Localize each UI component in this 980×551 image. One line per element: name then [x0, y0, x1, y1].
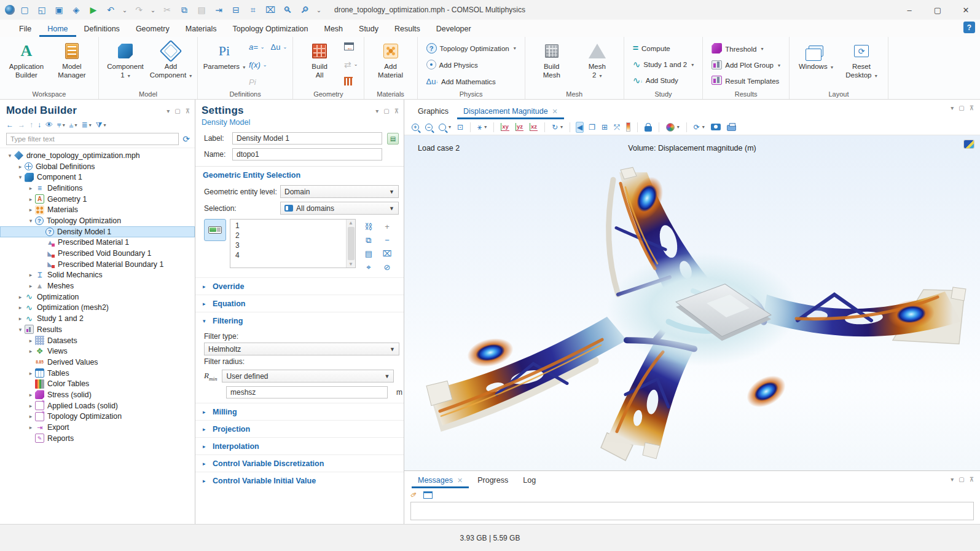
messages-tab-messages[interactable]: Messages✕ [412, 474, 469, 488]
ribbon-button-build-mesh[interactable]: BuildMesh [530, 41, 573, 80]
rmin-mode-select[interactable]: User defined ▼ [222, 370, 394, 383]
panel-menu-icon[interactable]: ▾ [951, 105, 954, 111]
view-yz-icon[interactable]: yz [514, 122, 525, 132]
transparency-icon[interactable]: ❐ [587, 122, 597, 133]
copy-icon[interactable]: ⧉ [177, 2, 192, 17]
section-interpolation[interactable]: ▸Interpolation [195, 437, 404, 454]
selection-scrollbar[interactable]: ▲▼ [346, 220, 355, 268]
rotate-icon[interactable]: ↻▾ [551, 122, 564, 133]
float-panel-icon[interactable]: ▢ [383, 108, 389, 114]
pin-panel-icon[interactable]: ⊼ [186, 108, 190, 114]
copy-selection-icon[interactable]: ⧉ [362, 234, 375, 247]
section-projection[interactable]: ▸Projection [195, 420, 404, 437]
name-input[interactable]: dtopo1 [232, 148, 382, 161]
geometric-entity-level-select[interactable]: Domain ▼ [280, 185, 399, 198]
tree-expander-icon[interactable]: ▸ [27, 185, 34, 191]
rmin-value-input[interactable]: meshsz [226, 386, 388, 398]
tree-expander-icon[interactable]: ▸ [27, 370, 34, 376]
tree-item-materials[interactable]: ▸Materials [0, 204, 195, 215]
section-control-variable-discretization[interactable]: ▸Control Variable Discretization [195, 454, 404, 472]
ribbon-button-add-physics[interactable]: Add Physics [424, 58, 519, 72]
section-equation[interactable]: ▸Equation [195, 295, 404, 312]
nonlocal-couplings-button[interactable]: Δu⌄ [270, 42, 287, 52]
tree-item-component-1[interactable]: ▾Component 1 [0, 172, 195, 183]
ribbon-button-add-plot-group[interactable]: Add Plot Group▾ [709, 59, 783, 72]
node-group-icon[interactable]: ▤ [387, 133, 399, 145]
tree-item-prescribed-material-boundary-1[interactable]: ◣Prescribed Material Boundary 1 [0, 259, 195, 270]
section-control-variable-initial-value[interactable]: ▸Control Variable Initial Value [195, 472, 404, 489]
move-up-icon[interactable]: ↑ [29, 121, 33, 129]
menu-tab-materials[interactable]: Materials [178, 22, 225, 37]
grid-icon[interactable]: ⊞ [600, 122, 609, 133]
ribbon-button-model-manager[interactable]: ModelManager [50, 41, 93, 80]
tree-expander-icon[interactable]: ▾ [27, 218, 34, 224]
tree-item-views[interactable]: ▸✥Views [0, 346, 195, 357]
expand-all-icon[interactable]: ⫧ ▾ [57, 121, 65, 129]
tree-item-geometry-1[interactable]: ▸AGeometry 1 [0, 194, 195, 205]
selection-list-item[interactable]: 1 [230, 221, 346, 231]
zoom-to-selection-icon[interactable]: ⌖ [362, 261, 375, 274]
save-icon[interactable]: ▣ [52, 2, 66, 17]
scene-light-icon[interactable]: ◀ [576, 122, 584, 133]
view-xy-icon[interactable]: xy [500, 122, 511, 132]
ribbon-button-parameters[interactable]: PiParameters ▾ [203, 41, 246, 71]
zoom-out-icon[interactable]: − [424, 122, 434, 132]
save-as-icon[interactable]: ◈ [69, 2, 84, 17]
ribbon-button-application-builder[interactable]: AApplicationBuilder [5, 41, 48, 80]
tree-expander-icon[interactable]: ▸ [27, 424, 34, 430]
selection-listbox[interactable]: 1234 ▲▼ [230, 219, 356, 268]
clear-selection-icon[interactable]: ⌧ [263, 2, 278, 17]
tree-expander-icon[interactable]: ▸ [17, 315, 24, 322]
color-theme-icon[interactable]: ▾ [665, 122, 681, 133]
snapshot-icon[interactable] [710, 122, 722, 132]
messages-tab-progress[interactable]: Progress [471, 474, 514, 488]
tree-item-export[interactable]: ▸⇥Export [0, 422, 195, 433]
pin-panel-icon[interactable]: ⊼ [970, 105, 974, 111]
selection-list-item[interactable]: 4 [230, 250, 346, 260]
paste-icon[interactable]: ▤ [194, 2, 209, 17]
paste-selection-icon[interactable]: ▤ [362, 247, 375, 260]
menu-tab-home[interactable]: Home [39, 22, 76, 37]
tree-expander-icon[interactable]: ▸ [27, 392, 34, 398]
tree-item-stress-solid-[interactable]: ▸Stress (solid) [0, 389, 195, 400]
open-file-icon[interactable]: ◱ [34, 2, 49, 17]
undo-dropdown-icon[interactable]: ⌄ [120, 2, 129, 17]
move-icon[interactable]: ⇥ [211, 2, 226, 17]
tree-expander-icon[interactable]: ▸ [27, 283, 34, 289]
tree-expander-icon[interactable]: ▾ [6, 153, 14, 159]
minimize-button[interactable]: – [895, 0, 923, 20]
ribbon-button-add-component[interactable]: AddComponent ▾ [149, 41, 192, 80]
panel-menu-icon[interactable]: ▾ [375, 108, 378, 114]
graphics-canvas[interactable]: Load case 2 Volume: Displacement magnitu… [404, 135, 980, 470]
tree-expander-icon[interactable]: ▾ [17, 327, 24, 333]
undo-icon[interactable]: ↶ [103, 2, 118, 17]
import-button[interactable] [344, 42, 358, 52]
tree-item-tables[interactable]: ▸Tables [0, 368, 195, 379]
ribbon-button-build-all[interactable]: BuildAll [298, 41, 341, 80]
work-plane-button[interactable] [344, 77, 358, 87]
ribbon-button-windows[interactable]: Windows ▾ [794, 41, 837, 71]
variables-button[interactable]: a=⌄ [249, 42, 267, 52]
ribbon-button-add-study[interactable]: ∿↓Add Study [630, 74, 697, 87]
select-box-icon[interactable]: ⌗ [246, 2, 261, 17]
panel-menu-icon[interactable]: ▾ [951, 476, 954, 483]
create-selection-icon[interactable]: ⛓︎ [362, 220, 375, 233]
run-icon[interactable]: ▶ [86, 2, 101, 17]
tree-expander-icon[interactable]: ▸ [27, 403, 34, 409]
cut-icon[interactable]: ✂ [160, 2, 174, 17]
zoom-extents-icon[interactable]: ⊡ [456, 122, 465, 133]
search-settings-icon[interactable]: 🔎︎ [297, 2, 312, 17]
tree-expander-icon[interactable]: ▸ [17, 294, 24, 300]
print-icon[interactable] [726, 122, 737, 132]
tree-item-datasets[interactable]: ▸Datasets [0, 335, 195, 346]
menu-tab-topology-optimization[interactable]: Topology Optimization [224, 22, 316, 37]
tree-item-global-definitions[interactable]: ▸Global Definitions [0, 161, 195, 172]
tree-item-reports[interactable]: ✎Reports [0, 433, 195, 444]
tree-expander-icon[interactable]: ▸ [27, 207, 34, 213]
new-file-icon[interactable]: ▢ [17, 2, 32, 17]
back-icon[interactable]: ← [6, 121, 14, 129]
tree-expander-icon[interactable]: ▸ [27, 272, 34, 278]
pin-panel-icon[interactable]: ⊼ [394, 108, 399, 114]
menu-tab-geometry[interactable]: Geometry [128, 22, 178, 37]
tree-item-optimization[interactable]: ▸∿Optimization [0, 291, 195, 303]
